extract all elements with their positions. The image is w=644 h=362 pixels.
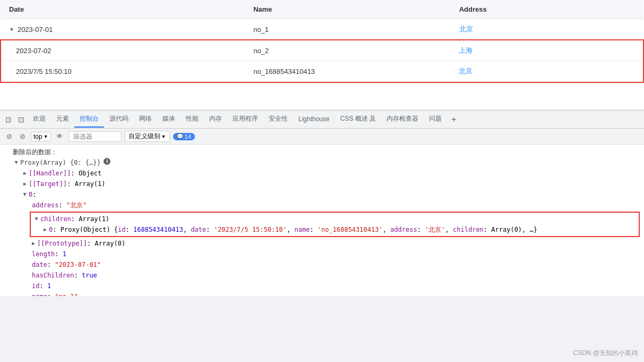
badge-message-icon: 💬 — [177, 133, 183, 139]
badge-count: 14 — [185, 133, 191, 140]
info-icon[interactable]: ℹ — [104, 158, 110, 165]
table-spacer — [0, 83, 644, 110]
table-row-group: ▼ 2023-07-01 no_1 北京 — [1, 19, 643, 40]
expand-children-icon[interactable]: ▶ — [32, 217, 41, 221]
custom-level-label: 自定义级别 — [128, 132, 160, 141]
devtools-tabs: ⊡ ⊡ 欢迎 元素 控制台 源代码 网络 媒体 性能 内存 应用程序 安全性 L… — [0, 111, 644, 129]
child2-address: 北京 — [450, 61, 643, 82]
group-date-value: 2023-07-01 — [18, 26, 53, 33]
add-tab-icon[interactable]: + — [447, 113, 460, 127]
eye-icon[interactable]: 👁 — [54, 131, 65, 141]
name-val-line: name: "no_1" — [0, 291, 644, 296]
context-selector[interactable]: top ▼ — [31, 132, 51, 141]
col-header-date: Date — [1, 0, 245, 19]
tab-security[interactable]: 安全性 — [263, 111, 293, 128]
handler-line: ▶ [[Handler]]: Object — [0, 168, 644, 179]
tab-media[interactable]: 媒体 — [157, 111, 181, 128]
date-val-line: date: "2023-07-01" — [0, 259, 644, 270]
group-name-cell: no_1 — [245, 19, 451, 40]
custom-level-dropdown[interactable]: 自定义级别 ▼ — [125, 131, 170, 142]
inspect-icon[interactable]: ⊡ — [15, 113, 28, 126]
tab-elements[interactable]: 元素 — [51, 111, 74, 128]
group-date-cell: ▼ 2023-07-01 — [1, 19, 245, 40]
tab-issues[interactable]: 问题 — [424, 111, 447, 128]
child1-date: 2023-07-02 — [1, 40, 245, 61]
haschildren-text: hasChildren: true — [32, 271, 97, 280]
expand-target-icon[interactable]: ▶ — [23, 179, 27, 189]
handler-text: [[Handler]]: Object — [29, 169, 101, 178]
length1-line: length: 1 — [0, 249, 644, 259]
expand-proxy-obj-icon[interactable]: ▶ — [44, 225, 47, 234]
console-delete-label: 删除后的数据： — [13, 147, 57, 157]
dock-icon[interactable]: ⊡ — [2, 113, 15, 126]
table-header-row: Date Name Address — [1, 0, 643, 19]
tab-sources[interactable]: 源代码 — [104, 111, 134, 128]
children-highlight-box: ▶ children: Array(1) ▶ 0: Proxy(Object) … — [30, 212, 640, 237]
table-area: Date Name Address ▼ 2023-07-01 no_1 — [0, 0, 644, 110]
child2-date: 2023/7/5 15:50:10 — [1, 61, 245, 82]
haschildren-line: hasChildren: true — [0, 270, 644, 281]
proxy-array-text: Proxy(Array) {0: {…}} — [20, 158, 101, 167]
expand-handler-icon[interactable]: ▶ — [23, 169, 27, 178]
tab-application[interactable]: 应用程序 — [227, 111, 263, 128]
custom-level-arrow: ▼ — [161, 134, 166, 139]
table-row-child-2: 2023/7/5 15:50:10 no_1688543410413 北京 — [1, 61, 643, 82]
id-line: id: 1 — [0, 281, 644, 291]
chevron-down-icon[interactable]: ▼ — [9, 27, 14, 32]
proxy-object-line: ▶ 0: Proxy(Object) {id: 1688543410413, d… — [31, 224, 639, 235]
id-text: id: 1 — [32, 281, 51, 291]
table-row-child-container: 2023-07-02 no_2 上海 2023/7/5 15:50:10 no_… — [1, 40, 643, 82]
table-row-child-1: 2023-07-02 no_2 上海 — [1, 40, 643, 61]
tab-performance[interactable]: 性能 — [181, 111, 204, 128]
expand-proxy-icon[interactable]: ▶ — [12, 161, 21, 164]
tab-css-overview[interactable]: CSS 概述 及 — [335, 111, 381, 128]
target-text: [[Target]]: Array(1) — [29, 179, 106, 189]
tab-welcome[interactable]: 欢迎 — [28, 111, 51, 128]
proxy-array-line: ▶ Proxy(Array) {0: {…}} ℹ — [0, 157, 644, 168]
child1-name: no_2 — [245, 40, 450, 61]
length1-text: length: 1 — [32, 249, 66, 259]
address-text: address: "北京" — [32, 200, 87, 210]
context-label: top — [33, 133, 42, 140]
children-label-line: ▶ children: Array(1) — [31, 214, 639, 224]
children-label-text: children: Array(1) — [40, 214, 109, 224]
target-line: ▶ [[Target]]: Array(1) — [0, 179, 644, 189]
col-header-name: Name — [245, 0, 451, 19]
proxy-obj-text: 0: Proxy(Object) {id: 1688543410413, dat… — [49, 225, 537, 234]
app-container: Date Name Address ▼ 2023-07-01 no_1 — [0, 0, 644, 362]
prototype-array0-text: [[Prototype]]: Array(0) — [37, 239, 125, 248]
tab-lighthouse[interactable]: Lighthouse — [293, 112, 335, 127]
expand-proto-arr-icon[interactable]: ▶ — [32, 239, 35, 248]
tab-memory[interactable]: 内存 — [204, 111, 227, 128]
col-header-address: Address — [451, 0, 643, 19]
zero-key-line: ▶ 0: — [0, 189, 644, 200]
group-address-value: 北京 — [459, 25, 473, 33]
clear-console-button[interactable]: ⊘ — [4, 131, 14, 141]
expand-zero-icon[interactable]: ▶ — [20, 193, 30, 196]
block-button[interactable]: ⊘ — [18, 131, 28, 141]
address-line: address: "北京" — [0, 200, 644, 211]
prototype-array0-line: ▶ [[Prototype]]: Array(0) — [0, 238, 644, 249]
console-delete-line: 删除后的数据： — [0, 147, 644, 157]
tab-memory-inspector[interactable]: 内存检查器 — [381, 111, 424, 128]
child2-name: no_1688543410413 — [245, 61, 450, 82]
group-address-cell: 北京 — [451, 19, 643, 40]
context-dropdown-icon: ▼ — [44, 134, 48, 139]
tab-network[interactable]: 网络 — [134, 111, 157, 128]
name-val-text: name: "no_1" — [32, 292, 78, 296]
console-content: 删除后的数据： ▶ Proxy(Array) {0: {…}} ℹ ▶ [[Ha… — [0, 145, 644, 296]
filter-input[interactable] — [68, 131, 122, 142]
child1-address: 上海 — [450, 40, 643, 61]
zero-text: 0: — [29, 190, 36, 199]
date-val-text: date: "2023-07-01" — [32, 260, 101, 270]
tab-console[interactable]: 控制台 — [74, 111, 104, 128]
data-table: Date Name Address ▼ 2023-07-01 no_1 — [0, 0, 644, 83]
devtools-panel: ⊡ ⊡ 欢迎 元素 控制台 源代码 网络 媒体 性能 内存 应用程序 安全性 L… — [0, 110, 644, 296]
watermark: CSDN @无知的小菜鸡 — [573, 349, 638, 358]
devtools-toolbar: ⊘ ⊘ top ▼ 👁 自定义级别 ▼ 💬 14 — [0, 129, 644, 145]
message-badge[interactable]: 💬 14 — [173, 133, 195, 140]
